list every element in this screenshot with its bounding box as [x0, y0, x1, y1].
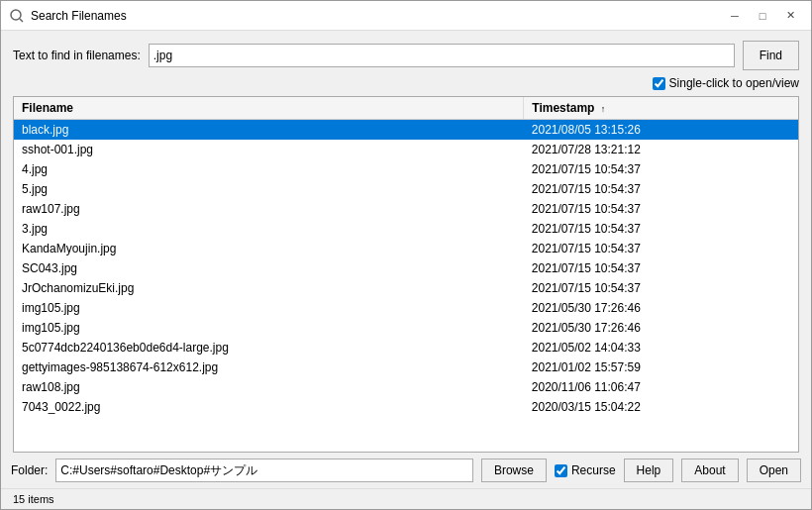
browse-button[interactable]: Browse: [481, 459, 547, 482]
table-row[interactable]: raw108.jpg2020/11/06 11:06:47: [14, 377, 798, 397]
help-button[interactable]: Help: [624, 459, 674, 482]
cell-filename: 5.jpg: [14, 179, 524, 199]
table-body: black.jpg2021/08/05 13:15:26sshot-001.jp…: [14, 120, 798, 418]
single-click-text: Single-click to open/view: [669, 76, 799, 90]
search-row: Text to find in filenames: Find: [13, 41, 799, 70]
cell-filename: black.jpg: [14, 120, 524, 141]
maximize-button[interactable]: □: [750, 5, 775, 27]
main-content: Text to find in filenames: Find Single-c…: [1, 31, 811, 453]
cell-timestamp: 2020/11/06 11:06:47: [524, 377, 798, 397]
cell-filename: raw107.jpg: [14, 199, 524, 219]
cell-filename: 7043_0022.jpg: [14, 397, 524, 417]
cell-filename: KandaMyoujin.jpg: [14, 239, 524, 258]
title-bar-left: Search Filenames: [9, 8, 127, 24]
title-controls: ─ □ ✕: [722, 5, 803, 27]
cell-filename: 4.jpg: [14, 159, 524, 179]
cell-filename: 3.jpg: [14, 219, 524, 239]
search-label: Text to find in filenames:: [13, 49, 141, 62]
file-table: Filename Timestamp ↑ black.jpg2021/08/05…: [14, 97, 798, 417]
cell-timestamp: 2020/03/15 15:04:22: [524, 397, 798, 417]
col-header-filename[interactable]: Filename: [14, 97, 524, 120]
app-icon: [9, 8, 25, 24]
folder-label: Folder:: [11, 463, 48, 477]
table-row[interactable]: JrOchanomizuEki.jpg2021/07/15 10:54:37: [14, 278, 798, 298]
table-row[interactable]: 5.jpg2021/07/15 10:54:37: [14, 179, 798, 199]
cell-filename: SC043.jpg: [14, 258, 524, 278]
table-row[interactable]: img105.jpg2021/05/30 17:26:46: [14, 298, 798, 318]
table-row[interactable]: 7043_0022.jpg2020/03/15 15:04:22: [14, 397, 798, 417]
cell-timestamp: 2021/07/15 10:54:37: [524, 258, 798, 278]
file-table-container[interactable]: Filename Timestamp ↑ black.jpg2021/08/05…: [13, 96, 799, 453]
table-row[interactable]: black.jpg2021/08/05 13:15:26: [14, 120, 798, 141]
cell-filename: img105.jpg: [14, 318, 524, 338]
cell-filename: JrOchanomizuEki.jpg: [14, 278, 524, 298]
single-click-checkbox[interactable]: [653, 77, 665, 90]
cell-timestamp: 2021/07/15 10:54:37: [524, 219, 798, 239]
about-button[interactable]: About: [681, 459, 738, 482]
options-row: Single-click to open/view: [13, 76, 799, 90]
table-row[interactable]: sshot-001.jpg2021/07/28 13:21:12: [14, 140, 798, 159]
cell-filename: sshot-001.jpg: [14, 140, 524, 159]
cell-filename: img105.jpg: [14, 298, 524, 318]
cell-timestamp: 2021/07/15 10:54:37: [524, 179, 798, 199]
col-header-timestamp[interactable]: Timestamp ↑: [524, 97, 798, 120]
close-button[interactable]: ✕: [777, 5, 803, 27]
search-input[interactable]: [149, 44, 735, 67]
title-bar: Search Filenames ─ □ ✕: [1, 1, 811, 31]
recurse-text: Recurse: [571, 463, 616, 477]
cell-filename: raw108.jpg: [14, 377, 524, 397]
single-click-label[interactable]: Single-click to open/view: [653, 76, 799, 90]
table-row[interactable]: 4.jpg2021/07/15 10:54:37: [14, 159, 798, 179]
cell-timestamp: 2021/05/02 14:04:33: [524, 338, 798, 357]
cell-filename: 5c0774dcb2240136eb0de6d4-large.jpg: [14, 338, 524, 357]
cell-timestamp: 2021/07/15 10:54:37: [524, 239, 798, 258]
window-title: Search Filenames: [31, 9, 127, 23]
cell-timestamp: 2021/07/15 10:54:37: [524, 278, 798, 298]
bottom-bar: Folder: Browse Recurse Help About Open: [1, 453, 811, 488]
table-row[interactable]: raw107.jpg2021/07/15 10:54:37: [14, 199, 798, 219]
status-bar: 15 items: [1, 488, 811, 509]
cell-timestamp: 2021/05/30 17:26:46: [524, 318, 798, 338]
recurse-checkbox[interactable]: [555, 464, 567, 477]
table-row[interactable]: SC043.jpg2021/07/15 10:54:37: [14, 258, 798, 278]
cell-timestamp: 2021/07/15 10:54:37: [524, 159, 798, 179]
minimize-button[interactable]: ─: [722, 5, 748, 27]
cell-timestamp: 2021/07/28 13:21:12: [524, 140, 798, 159]
cell-timestamp: 2021/01/02 15:57:59: [524, 357, 798, 377]
cell-timestamp: 2021/05/30 17:26:46: [524, 298, 798, 318]
svg-line-1: [20, 19, 23, 22]
cell-timestamp: 2021/07/15 10:54:37: [524, 199, 798, 219]
main-window: Search Filenames ─ □ ✕ Text to find in f…: [0, 0, 812, 510]
table-header: Filename Timestamp ↑: [14, 97, 798, 120]
table-row[interactable]: img105.jpg2021/05/30 17:26:46: [14, 318, 798, 338]
cell-timestamp: 2021/08/05 13:15:26: [524, 120, 798, 141]
sort-arrow-icon: ↑: [601, 104, 606, 114]
open-button[interactable]: Open: [747, 459, 801, 482]
table-row[interactable]: KandaMyoujin.jpg2021/07/15 10:54:37: [14, 239, 798, 258]
cell-filename: gettyimages-985138674-612x612.jpg: [14, 357, 524, 377]
items-count: 15 items: [13, 493, 54, 505]
table-row[interactable]: 3.jpg2021/07/15 10:54:37: [14, 219, 798, 239]
svg-point-0: [11, 10, 21, 20]
table-row[interactable]: 5c0774dcb2240136eb0de6d4-large.jpg2021/0…: [14, 338, 798, 357]
find-button[interactable]: Find: [743, 41, 799, 70]
folder-input[interactable]: [55, 459, 473, 482]
recurse-label[interactable]: Recurse: [555, 463, 616, 477]
table-row[interactable]: gettyimages-985138674-612x612.jpg2021/01…: [14, 357, 798, 377]
